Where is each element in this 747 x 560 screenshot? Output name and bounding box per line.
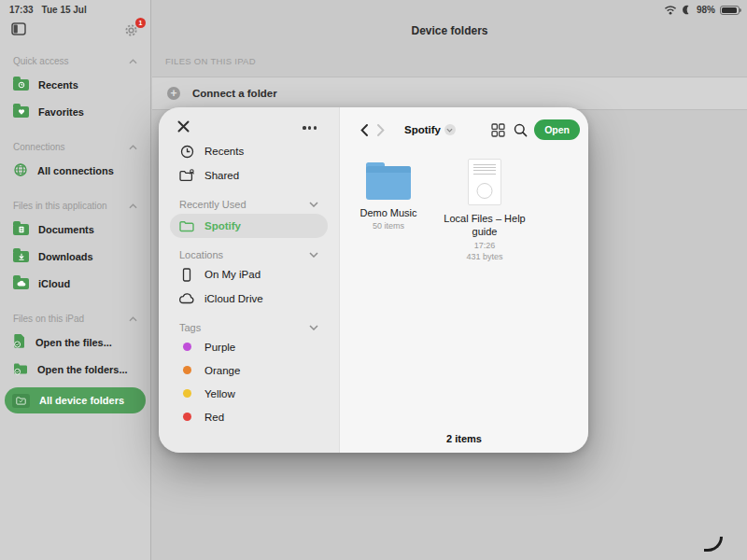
wifi-icon [664,5,677,15]
picker-sidebar: Recents Shared Recently Used Spotify Loc… [159,107,340,453]
sidebar-item-all-device-folders[interactable]: All device folders [5,387,146,413]
sidebar-section-quick-access[interactable]: Quick access [13,56,137,66]
section-label: Tags [179,322,201,333]
statusbar-right: 98% [664,5,740,15]
picker-item-label: On My iPad [204,269,261,280]
sidebar-item-open-the-folders[interactable]: Open the folders... [0,356,150,383]
grid-view-icon [491,123,505,137]
orange-tag-icon [183,366,191,374]
notification-badge: 1 [135,18,146,28]
sidebar-item-label: Open the files... [35,337,112,348]
sidebar-item-label: Open the folders... [37,364,128,375]
chevron-up-icon [129,145,137,150]
picker-item-label: Red [204,412,224,423]
back-button[interactable] [356,124,373,136]
sidebar-item-open-the-files[interactable]: Open the files... [0,329,150,356]
file-name: Demo Music [345,206,431,219]
chevron-up-icon [129,203,137,209]
sidebar-item-favorites[interactable]: Favorites [0,98,150,125]
plus-icon: + [167,87,180,100]
file-grid: Demo Music 50 items Local Files – Help g… [340,140,588,261]
forward-icon [377,124,385,136]
document-icon [468,159,501,205]
picker-toolbar: Spotify Open [340,107,588,140]
picker-item-recents[interactable]: Recents [159,139,339,163]
chevron-up-icon [129,59,137,64]
picker-content: Spotify Open Demo Music 50 items [340,107,588,453]
sidebar-section-connections[interactable]: Connections [13,142,137,152]
yellow-tag-icon [183,389,191,398]
picker-tag-red[interactable]: Red [159,405,339,428]
chevron-down-icon [309,202,318,207]
sidebar-item-label: Downloads [38,251,93,262]
sidebar-item-documents[interactable]: Documents [0,216,150,243]
picker-item-label: Recents [204,146,244,157]
sidebar-item-icloud[interactable]: iCloud [0,270,150,297]
sidebar-item-recents[interactable]: Recents [0,71,150,98]
file-local-files-help-guide[interactable]: Local Files – Help guide 17:26 431 bytes [435,153,534,261]
ipad-screen: 17:33 Tue 15 Jul 1 Quick access Recents … [0,0,747,560]
folder-dropdown-button[interactable] [444,124,456,135]
chevron-up-icon [129,316,137,322]
sidebar-item-all-connections[interactable]: All connections [0,157,150,184]
sidebar-item-label: All connections [37,165,114,176]
folder-check-icon [13,362,28,377]
battery-icon [720,6,740,15]
green-folder-icon [179,220,194,232]
file-picker-dialog: Recents Shared Recently Used Spotify Loc… [159,107,588,453]
section-label: Quick access [13,56,68,66]
picker-tag-purple[interactable]: Purple [159,335,339,358]
document-text-preview [473,164,496,176]
connect-a-folder-row[interactable]: + Connect a folder [152,77,747,110]
folder-download-icon [13,251,29,262]
file-demo-music[interactable]: Demo Music 50 items [345,153,431,231]
sidebar-item-downloads[interactable]: Downloads [0,243,150,270]
status-time: 17:33 [9,5,34,15]
settings-button[interactable]: 1 [124,23,139,38]
battery-percent: 98% [697,5,715,15]
forward-button[interactable] [373,124,389,136]
folder-clock-icon [13,79,29,91]
sidebar-section-files-on-ipad[interactable]: Files on this iPad [13,314,137,324]
folder-cloud-icon [13,278,29,289]
file-time: 17:26 [435,241,534,250]
shared-folder-icon [179,169,194,182]
cloud-icon [179,293,194,304]
picker-section-locations[interactable]: Locations [179,249,318,260]
moon-icon [682,5,692,15]
close-button[interactable] [177,119,190,136]
picker-item-icloud-drive[interactable]: iCloud Drive [159,287,339,311]
picker-section-tags[interactable]: Tags [179,322,318,333]
connect-a-folder-label: Connect a folder [192,88,277,99]
chevron-down-icon [309,252,318,258]
search-button[interactable] [509,119,531,140]
picker-tag-orange[interactable]: Orange [159,358,339,382]
picker-tag-yellow[interactable]: Yellow [159,382,339,405]
picker-item-label: Yellow [204,388,235,399]
picker-item-shared[interactable]: Shared [159,163,339,188]
app-sidebar: 17:33 Tue 15 Jul 1 Quick access Recents … [0,0,151,560]
picker-item-on-my-ipad[interactable]: On My iPad [159,262,339,287]
folder-icon [366,166,411,200]
status-date: Tue 15 Jul [42,5,87,15]
sidebar-item-label: All device folders [39,395,124,406]
purple-tag-icon [183,343,191,351]
document-logo-preview [477,183,493,199]
file-size: 431 bytes [435,252,534,261]
more-options-button[interactable] [303,126,317,129]
device-folder-icon [12,394,30,408]
chevron-down-icon [309,325,318,330]
sidebar-section-files-in-app[interactable]: Files in this application [13,201,137,211]
open-button[interactable]: Open [534,119,580,140]
picker-section-recently-used[interactable]: Recently Used [179,199,318,210]
sidebar-toggle-icon[interactable] [11,21,26,40]
grid-view-button[interactable] [486,119,509,140]
picker-item-label: Purple [204,342,235,353]
section-label: Recently Used [179,199,247,210]
sidebar-item-label: iCloud [38,278,70,289]
picker-item-spotify[interactable]: Spotify [170,214,328,238]
page-title: Device folders [152,24,747,37]
current-folder-title: Spotify [404,124,441,135]
folder-heart-icon [13,106,29,118]
folder-doc-icon [13,224,29,235]
